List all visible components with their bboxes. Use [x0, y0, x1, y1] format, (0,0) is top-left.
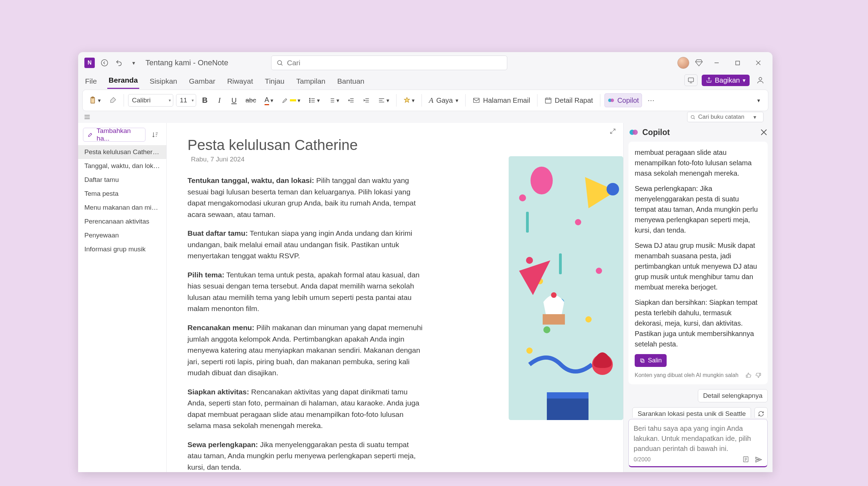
styles-button[interactable]: A Gaya▾	[426, 93, 461, 107]
app-window: N ▾ Tentang kami - OneNote File Beranda …	[78, 52, 773, 472]
svg-rect-26	[526, 212, 529, 233]
maximize-button[interactable]	[729, 56, 745, 70]
email-page-button[interactable]: Halaman Email	[470, 93, 533, 107]
copy-label: Salin	[648, 356, 662, 365]
present-mode-icon[interactable]	[684, 74, 698, 86]
note-p5-heading: Siapkan aktivitas:	[187, 388, 249, 396]
paste-button[interactable]: ▾	[86, 93, 103, 107]
email-page-label: Halaman Email	[483, 97, 530, 104]
italic-button[interactable]: I	[214, 93, 225, 107]
svg-point-8	[309, 100, 310, 101]
compose-icon	[87, 132, 93, 138]
page-list-item[interactable]: Tanggal, waktu, dan loka...	[78, 159, 166, 173]
page-list-item[interactable]: Tema pesta	[78, 187, 166, 201]
bold-button[interactable]: B	[199, 93, 211, 107]
copilot-close-button[interactable]	[761, 129, 767, 135]
svg-point-1	[278, 60, 282, 65]
chevron-down-icon: ▾	[98, 97, 101, 104]
menu-bar: File Beranda Sisipkan Gambar Riwayat Tin…	[78, 74, 773, 89]
refresh-suggestions-button[interactable]	[754, 407, 768, 418]
menu-insert[interactable]: Sisipkan	[148, 75, 178, 89]
page-list-item[interactable]: Daftar tamu	[78, 173, 166, 187]
ai-disclaimer: Konten yang dibuat oleh AI mungkin salah	[635, 371, 738, 379]
indent-button[interactable]	[360, 93, 373, 107]
menu-help[interactable]: Bantuan	[336, 75, 366, 89]
search-input[interactable]	[287, 59, 502, 67]
font-family-select[interactable]: Calibri▾	[128, 94, 173, 107]
thumbs-up-icon[interactable]	[745, 372, 752, 378]
copilot-label: Copilot	[617, 97, 639, 104]
diamond-icon[interactable]	[694, 58, 704, 68]
page-list-item[interactable]: Pesta kelulusan Catherine..	[78, 145, 166, 159]
add-page-button[interactable]: Tambahkan ha...	[83, 128, 145, 142]
suggestion-chip-location[interactable]: Sarankan lokasi pesta unik di Seattle	[632, 407, 751, 418]
copilot-ribbon-button[interactable]: Copilot	[604, 93, 642, 107]
page-list-item[interactable]: Informasi grup musik	[78, 242, 166, 256]
envelope-icon	[473, 97, 480, 104]
tag-button[interactable]: ▾	[401, 93, 417, 107]
sort-pages-button[interactable]	[149, 128, 161, 142]
note-body[interactable]: Tentukan tanggal, waktu, dan lokasi: Pil…	[167, 163, 444, 472]
meeting-details-button[interactable]: Detail Rapat	[542, 93, 596, 107]
page-list-pane: Tambahkan ha... Pesta kelulusan Catherin…	[78, 123, 167, 472]
thumbs-down-icon[interactable]	[755, 372, 761, 378]
bullets-button[interactable]: ▾	[306, 93, 323, 107]
expand-icon[interactable]	[609, 128, 616, 135]
note-p4-heading: Rencanakan menu:	[187, 324, 254, 332]
menu-history[interactable]: Riwayat	[226, 75, 254, 89]
svg-point-29	[607, 183, 619, 195]
font-size-select[interactable]: 11▾	[176, 94, 196, 107]
font-size-label: 11	[180, 97, 187, 104]
font-color-button[interactable]: A▾	[262, 93, 276, 107]
close-button[interactable]	[750, 56, 766, 70]
menu-home[interactable]: Beranda	[107, 74, 139, 89]
underline-button[interactable]: U	[228, 93, 240, 107]
note-p3-heading: Pilih tema:	[187, 271, 224, 279]
svg-rect-35	[547, 392, 589, 399]
numbering-button[interactable]: ▾	[325, 93, 342, 107]
ribbon: ▾ Calibri▾ 11▾ B I U abc A▾ ▾ ▾ ▾	[82, 90, 768, 111]
menu-review[interactable]: Tinjau	[264, 75, 286, 89]
note-canvas[interactable]: Pesta kelulusan Catherine Rabu, 7 Juni 2…	[167, 123, 623, 472]
minimize-button[interactable]	[709, 56, 725, 70]
prompt-guide-icon[interactable]	[742, 456, 749, 463]
note-p6-heading: Sewa perlengkapan:	[187, 441, 258, 449]
highlight-button[interactable]: ▾	[279, 93, 303, 107]
menu-image[interactable]: Gambar	[187, 75, 217, 89]
copy-button[interactable]: Salin	[635, 354, 667, 367]
format-painter-button[interactable]	[106, 93, 119, 107]
search-box[interactable]	[271, 56, 507, 70]
note-title[interactable]: Pesta kelulusan Catherine	[167, 123, 623, 156]
menu-view[interactable]: Tampilan	[295, 75, 327, 89]
chevron-down-icon: ▾	[753, 114, 756, 120]
align-button[interactable]: ▾	[375, 93, 392, 107]
copilot-response-bubble: membuat peragaan slide atau menampilkan …	[628, 142, 768, 384]
back-icon[interactable]	[100, 58, 109, 68]
search-icon	[690, 115, 695, 120]
hamburger-icon[interactable]	[84, 114, 91, 120]
copilot-input-box[interactable]: Beri tahu saya apa yang ingin Anda lakuk…	[628, 419, 768, 467]
search-notes-box[interactable]: Cari buku catatan ▾	[687, 112, 763, 122]
svg-point-24	[585, 316, 592, 322]
page-list-item[interactable]: Perencanaan aktivitas	[78, 215, 166, 228]
copy-icon	[640, 358, 645, 363]
suggestion-chip-details[interactable]: Detail selengkapnya	[698, 389, 768, 402]
title-bar: N ▾ Tentang kami - OneNote	[78, 52, 773, 74]
undo-icon[interactable]	[114, 58, 124, 68]
copilot-response-p3: Sewa DJ atau grup musik: Musik dapat men…	[635, 240, 761, 292]
ribbon-overflow-button[interactable]: ⋯	[645, 93, 657, 107]
svg-point-9	[309, 102, 310, 103]
menu-file[interactable]: File	[84, 75, 98, 89]
qat-dropdown-icon[interactable]: ▾	[129, 58, 139, 68]
page-list-item[interactable]: Menu makanan dan min...	[78, 201, 166, 215]
page-list-item[interactable]: Penyewaan	[78, 228, 166, 242]
user-avatar[interactable]	[677, 57, 689, 69]
account-icon[interactable]	[754, 74, 767, 87]
outdent-button[interactable]	[345, 93, 357, 107]
strikethrough-button[interactable]: abc	[243, 93, 259, 107]
send-icon[interactable]	[755, 456, 762, 463]
share-button[interactable]: Bagikan ▾	[702, 75, 750, 86]
copilot-body: membuat peragaan slide atau menampilkan …	[624, 142, 773, 418]
svg-point-13	[610, 99, 614, 102]
ribbon-collapse-button[interactable]: ▾	[753, 93, 765, 107]
